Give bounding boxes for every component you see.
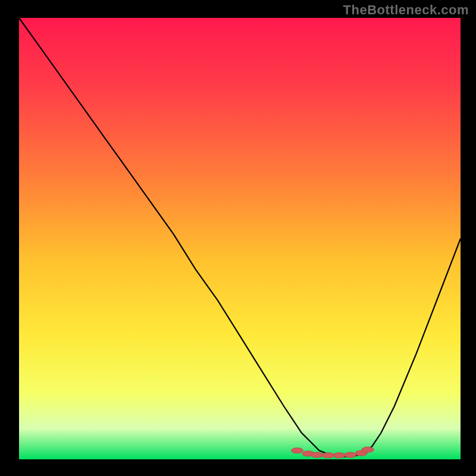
plot-background [19,18,461,459]
bottleneck-chart [0,0,476,476]
optimal-marker [322,453,334,458]
optimal-marker [345,452,356,458]
watermark-label: TheBottleneck.com [343,2,469,18]
optimal-marker [362,447,374,452]
optimal-marker [311,452,323,458]
chart-frame: TheBottleneck.com [0,0,476,476]
optimal-marker [292,448,303,453]
optimal-marker [333,453,345,458]
